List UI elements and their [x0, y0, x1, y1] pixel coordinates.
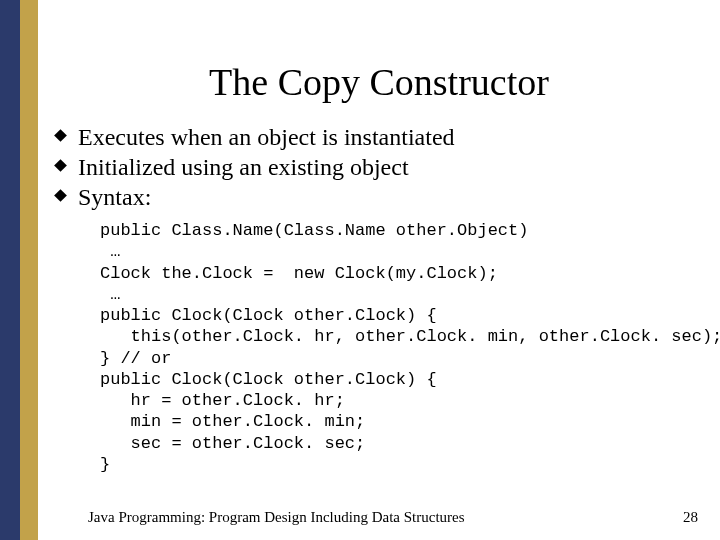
sidebar-gold-band: [20, 0, 38, 540]
bullet-item: Syntax:: [56, 182, 720, 212]
bullet-list: Executes when an object is instantiated …: [56, 122, 720, 212]
code-line: }: [100, 455, 110, 474]
code-line: public Clock(Clock other.Clock) {: [100, 370, 437, 389]
footer-text: Java Programming: Program Design Includi…: [88, 509, 465, 526]
slide-number: 28: [683, 509, 698, 526]
code-line: …: [100, 242, 120, 261]
code-line: …: [100, 285, 120, 304]
code-line: min = other.Clock. min;: [100, 412, 365, 431]
bullet-item: Initialized using an existing object: [56, 152, 720, 182]
slide-content: The Copy Constructor Executes when an ob…: [38, 0, 720, 540]
code-line: public Clock(Clock other.Clock) {: [100, 306, 437, 325]
bullet-item: Executes when an object is instantiated: [56, 122, 720, 152]
code-line: hr = other.Clock. hr;: [100, 391, 345, 410]
sidebar-blue-band: [0, 0, 20, 540]
slide-title: The Copy Constructor: [38, 60, 720, 104]
code-line: sec = other.Clock. sec;: [100, 434, 365, 453]
code-line: public Class.Name(Class.Name other.Objec…: [100, 221, 528, 240]
code-block: public Class.Name(Class.Name other.Objec…: [100, 220, 720, 475]
slide-sidebar: [0, 0, 38, 540]
code-line: Clock the.Clock = new Clock(my.Clock);: [100, 264, 498, 283]
code-line: this(other.Clock. hr, other.Clock. min, …: [100, 327, 720, 346]
code-line: } // or: [100, 349, 171, 368]
